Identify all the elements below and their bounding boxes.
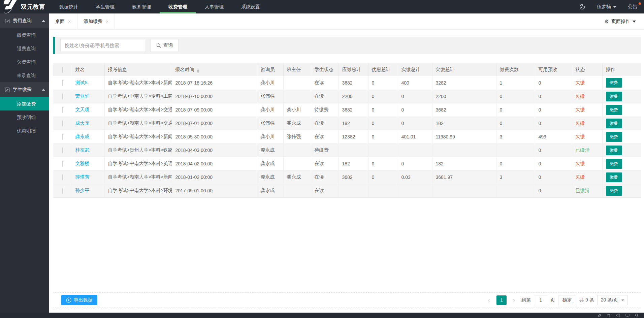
- pin-icon[interactable]: [598, 314, 602, 317]
- total-count-label: 共 9 条: [579, 297, 594, 303]
- page-size-select[interactable]: 20 条/页: [597, 295, 628, 305]
- search-icon: [156, 43, 161, 48]
- search-toolbar: 查询: [53, 37, 641, 54]
- tab-0[interactable]: 桌面×: [49, 13, 77, 29]
- paid-total-cell: 0: [398, 157, 432, 170]
- form-doc-icon: [5, 87, 10, 92]
- pay-button[interactable]: 缴费: [606, 105, 622, 115]
- search-input[interactable]: [60, 39, 145, 52]
- student-name-link[interactable]: 萧亚轩: [75, 93, 90, 99]
- nav-item-5[interactable]: 系统设置: [232, 0, 269, 13]
- consultant-cell: 张伟强: [257, 117, 283, 130]
- row-checkbox[interactable]: [62, 120, 63, 126]
- theme-palette-icon[interactable]: [579, 4, 585, 10]
- select-all-checkbox[interactable]: [62, 67, 63, 73]
- apply-time-cell: 2018-07-18 16:26: [172, 76, 257, 90]
- head-teacher-cell: [283, 184, 311, 197]
- notice-label: 公告: [628, 4, 637, 9]
- table-row: 桂友武自学考试>贵州大学>本科>铁路...2018-04-03 00:00龚永成…: [53, 144, 641, 157]
- student-name-link[interactable]: 文天项: [75, 107, 90, 112]
- pay-button[interactable]: 缴费: [606, 172, 622, 182]
- due-total-cell: 3682: [339, 76, 368, 90]
- pay-button[interactable]: 缴费: [606, 159, 622, 169]
- state-cell: 欠缴: [572, 76, 602, 90]
- student-name-link[interactable]: 文雅楼: [75, 161, 90, 166]
- sidebar-section-1[interactable]: 学生缴费: [0, 82, 49, 97]
- pay-button[interactable]: 缴费: [606, 146, 622, 155]
- column-label: 报考信息: [108, 67, 127, 72]
- pay-button[interactable]: 缴费: [606, 132, 622, 142]
- due-total-cell: 182: [339, 157, 368, 170]
- sort-toggle-icon[interactable]: [197, 69, 199, 73]
- sidebar-item-0-0[interactable]: 缴费查询: [0, 28, 49, 42]
- nav-item-4[interactable]: 人事管理: [196, 0, 232, 13]
- state-badge: 已缴清: [576, 147, 590, 153]
- row-checkbox[interactable]: [62, 161, 63, 167]
- pay-button[interactable]: 缴费: [606, 92, 622, 101]
- nav-item-0[interactable]: 数据统计: [51, 0, 87, 13]
- column-header-11: 缴费次数: [496, 63, 535, 76]
- trash-icon[interactable]: [607, 314, 611, 317]
- user-menu[interactable]: 伍梦楠: [597, 4, 616, 10]
- student-name-link[interactable]: 孙少平: [75, 188, 90, 193]
- row-checkbox[interactable]: [62, 188, 63, 194]
- jump-page-input[interactable]: [534, 295, 547, 305]
- student-name-link[interactable]: 薛琪芳: [75, 174, 90, 180]
- student-status-cell: 在读: [311, 90, 339, 103]
- pay-button[interactable]: 缴费: [606, 186, 622, 196]
- page-actions-dropdown[interactable]: ⚙ 页面操作: [605, 13, 644, 29]
- search-button[interactable]: 查询: [151, 39, 179, 52]
- row-checkbox[interactable]: [62, 147, 63, 153]
- notice-link[interactable]: 公告: [628, 4, 639, 10]
- pay-button[interactable]: 缴费: [606, 78, 622, 88]
- student-name-link[interactable]: 桂友武: [75, 147, 90, 153]
- action-cell: 缴费: [602, 170, 641, 184]
- confirm-page-button[interactable]: 确定: [558, 295, 576, 305]
- gear-icon: ⚙: [605, 19, 609, 25]
- row-checkbox[interactable]: [62, 174, 63, 180]
- student-name-link[interactable]: 测试5: [75, 80, 88, 85]
- tab-1[interactable]: 添加缴费×: [77, 13, 115, 29]
- sidebar-section-0[interactable]: 费用查询: [0, 13, 49, 28]
- state-badge: 已缴清: [576, 188, 590, 193]
- nav-item-2[interactable]: 教务管理: [123, 0, 160, 13]
- student-status-cell: 在读: [311, 157, 339, 170]
- apply-info-cell: 自学考试>湖南大学>本科>新闻学: [104, 130, 172, 144]
- action-cell: 缴费: [602, 144, 641, 157]
- consultant-cell: 龚永成: [257, 170, 283, 184]
- jump-suffix-label: 页: [550, 297, 555, 303]
- sidebar-item-0-3[interactable]: 未录查询: [0, 69, 49, 82]
- nav-item-1[interactable]: 学生管理: [87, 0, 123, 13]
- row-checkbox[interactable]: [62, 107, 63, 113]
- monitor-icon[interactable]: [625, 314, 630, 317]
- nav-item-3[interactable]: 收费管理: [160, 0, 196, 13]
- form-doc-icon: [5, 19, 10, 24]
- pay-button[interactable]: 缴费: [606, 119, 622, 128]
- speaker-icon[interactable]: [616, 314, 620, 317]
- sidebar-section-label: 学生缴费: [13, 87, 32, 93]
- sidebar-item-0-2[interactable]: 欠费查询: [0, 55, 49, 69]
- export-data-button[interactable]: 导出数据: [61, 295, 97, 305]
- due-total-cell: [339, 144, 368, 157]
- apply-info-cell: 自学考试>湖南大学>本科>新闻学: [104, 170, 172, 184]
- sidebar-item-1-1[interactable]: 预收明细: [0, 110, 49, 124]
- action-cell: 缴费: [602, 130, 641, 144]
- due-total-cell: 12382: [339, 130, 368, 144]
- sidebar-item-0-1[interactable]: 退费查询: [0, 42, 49, 55]
- prev-page-button[interactable]: ‹: [485, 295, 493, 305]
- next-page-button[interactable]: ›: [510, 295, 518, 305]
- sidebar-item-1-2[interactable]: 优惠明细: [0, 124, 49, 137]
- student-name-link[interactable]: 成天享: [75, 120, 90, 126]
- row-checkbox[interactable]: [62, 80, 63, 86]
- close-icon[interactable]: ×: [68, 19, 71, 24]
- student-name-link[interactable]: 龚永成: [75, 134, 90, 139]
- sidebar-item-1-0[interactable]: 添加缴费: [0, 97, 49, 110]
- student-status-cell: 在读: [311, 76, 339, 90]
- row-checkbox[interactable]: [62, 93, 63, 99]
- current-page-button[interactable]: 1: [496, 295, 507, 305]
- magnifier-icon[interactable]: [635, 314, 639, 317]
- prepaid-available-cell: 0: [535, 144, 572, 157]
- pay-count-cell: 3: [496, 130, 535, 144]
- row-checkbox[interactable]: [62, 134, 63, 140]
- close-icon[interactable]: ×: [106, 19, 108, 24]
